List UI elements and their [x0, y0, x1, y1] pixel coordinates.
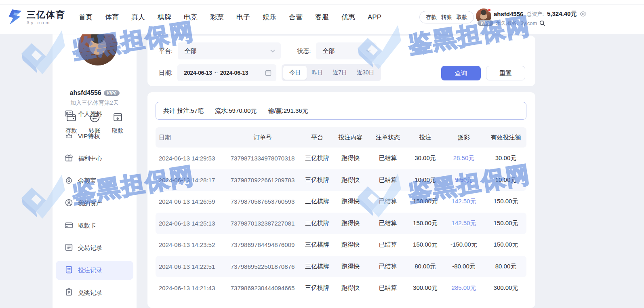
assets-value: 5,324.40元: [547, 10, 577, 18]
col-payout: 派彩: [442, 134, 485, 141]
col-platform: 平台: [301, 134, 333, 141]
date-start: 2024-06-13: [184, 70, 212, 76]
sidebar-item-withdraw-card[interactable]: 取款卡: [56, 216, 133, 235]
range-today[interactable]: 今日: [283, 66, 307, 80]
status-select-value: 全部: [322, 47, 335, 55]
logo-title: 三亿体育: [27, 10, 65, 20]
table-header-row: 日期 订单号 平台 投注内容 注单状态 投注 派彩 有效投注额: [156, 127, 526, 148]
platform-label: 平台:: [159, 47, 173, 55]
cell-platform: 三亿棋牌: [301, 284, 333, 292]
sidebar-item-transactions[interactable]: 交易记录: [56, 238, 133, 258]
cell-date: 2024-06-13 14:22:51: [156, 263, 224, 270]
nav-item-esports[interactable]: 电竞: [184, 13, 198, 22]
cell-bet: 80.00元: [408, 263, 442, 270]
username: ahsfd4556: [494, 11, 523, 17]
nav-item-home[interactable]: 首页: [79, 13, 93, 22]
cell-date: 2024-06-13 14:21:43: [156, 285, 224, 291]
transfer-link[interactable]: 转账: [441, 14, 452, 21]
cell-status: 已结算: [368, 176, 408, 184]
sidebar-menu: 个人资料 VIP特权 福利中心: [53, 104, 137, 306]
nav-item-app[interactable]: APP: [368, 13, 381, 21]
sidebar-item-welfare[interactable]: 福利中心: [56, 149, 133, 169]
cell-payout: -150.00元: [442, 241, 485, 249]
top-bar: 三亿体育 3y.com 首页 体育 真人 棋牌 电竞 彩票 电子 娱乐 合营 客…: [0, 0, 644, 34]
nav-item-sports[interactable]: 体育: [105, 13, 119, 22]
status-select[interactable]: 全部: [316, 42, 377, 59]
cell-date: 2024-06-13 14:25:13: [156, 220, 224, 227]
nav-item-service[interactable]: 客服: [315, 13, 329, 22]
cell-valid: 10.00元: [485, 176, 526, 184]
platform-select[interactable]: 全部: [178, 42, 281, 59]
search-icon[interactable]: [539, 20, 545, 26]
sidebar-item-bet-records[interactable]: 投注记录: [56, 261, 133, 280]
cell-order: 7379869784494876009: [224, 241, 301, 248]
vip-badge: VIP0: [478, 20, 493, 26]
range-30days[interactable]: 近30日: [352, 66, 379, 80]
sidebar-item-label: 交易记录: [78, 244, 102, 252]
gift-icon: [65, 154, 73, 164]
chevron-down-icon: [366, 49, 371, 53]
col-date: 日期: [156, 134, 224, 141]
sidebar-item-yuebao[interactable]: 余额宝: [56, 171, 133, 191]
cell-order: 7379869230444094665: [224, 285, 301, 291]
sidebar-item-label: 余额宝: [78, 177, 96, 185]
date-end: 2024-06-13: [220, 70, 248, 76]
site-logo[interactable]: 三亿体育 3y.com: [6, 8, 65, 27]
nav-item-entertainment[interactable]: 娱乐: [263, 13, 276, 22]
nav-item-promo[interactable]: 优惠: [341, 13, 355, 22]
cell-status: 已结算: [368, 241, 408, 249]
domain-label: 永久域名:: [496, 19, 518, 27]
sidebar-item-label: VIP特权: [78, 133, 100, 140]
logo-mark-icon: [6, 8, 24, 27]
table-row: 2024-06-13 14:26:59 7379870587653760593 …: [156, 191, 526, 213]
sidebar-item-profile[interactable]: 个人资料: [56, 104, 133, 124]
bet-record-icon: [65, 266, 73, 276]
cell-platform: 三亿棋牌: [301, 241, 333, 249]
cell-bet: 300.00元: [408, 284, 442, 292]
table-row: 2024-06-13 14:28:17 7379870922661209783 …: [156, 169, 526, 191]
nav-item-partner[interactable]: 合营: [289, 13, 303, 22]
transaction-icon: [65, 243, 73, 253]
id-card-icon: [65, 109, 73, 119]
reset-button[interactable]: 重置: [486, 66, 525, 80]
sidebar-item-vip[interactable]: VIP特权: [56, 127, 133, 146]
nav-item-lottery[interactable]: 彩票: [210, 13, 224, 22]
sidebar-item-redeem-records[interactable]: 兑奖记录: [56, 283, 133, 302]
range-yesterday[interactable]: 昨日: [307, 66, 328, 80]
search-button[interactable]: 查询: [441, 66, 481, 80]
deposit-link[interactable]: 存款: [426, 14, 437, 21]
col-content: 投注内容: [333, 134, 368, 141]
cell-payout: 285.00元: [442, 284, 485, 292]
calendar-icon[interactable]: [265, 70, 271, 76]
redeem-icon: [65, 288, 73, 298]
date-range-input[interactable]: 2024-06-13~2024-06-13: [177, 64, 276, 81]
nav-item-slots[interactable]: 电子: [236, 13, 250, 22]
domain-value: 3y.com: [520, 20, 537, 26]
summary-turnover: 流水:5970.00元: [215, 107, 257, 115]
table-row: 2024-06-13 14:29:53 7379871334978070318 …: [156, 148, 526, 169]
nav-item-live[interactable]: 真人: [131, 13, 145, 22]
sidebar-item-label: 投注记录: [78, 267, 102, 274]
cell-status: 已结算: [368, 154, 408, 162]
col-bet: 投注: [408, 134, 442, 141]
cell-platform: 三亿棋牌: [301, 263, 333, 270]
eye-icon[interactable]: [580, 11, 587, 17]
cell-date: 2024-06-13 14:28:17: [156, 177, 224, 184]
nav-item-chess[interactable]: 棋牌: [158, 13, 171, 22]
table-row: 2024-06-13 14:22:51 7379869522501870876 …: [156, 256, 526, 278]
withdraw-link[interactable]: 取款: [457, 14, 467, 21]
cell-bet: 150.00元: [408, 198, 442, 205]
cell-order: 7379870922661209783: [224, 177, 301, 184]
cell-payout: -80.00元: [442, 263, 485, 270]
table-row: 2024-06-13 14:23:52 7379869784494876009 …: [156, 234, 526, 256]
cell-status: 已结算: [368, 263, 408, 270]
cell-status: 已结算: [368, 284, 408, 292]
assets-label: 总资产:: [526, 11, 544, 18]
date-separator: ~: [215, 70, 218, 76]
range-7days[interactable]: 近7日: [328, 66, 352, 80]
profile-name: ahsfd4556: [69, 89, 101, 97]
cell-valid: 150.00元: [485, 219, 526, 227]
cell-content: 跑得快: [333, 263, 368, 270]
bet-records-panel: 共计 投注:57笔 流水:5970.00元 输/赢:291.36元 日期 订单号…: [147, 92, 535, 308]
sidebar-item-assets[interactable]: 我的资产: [56, 194, 133, 213]
